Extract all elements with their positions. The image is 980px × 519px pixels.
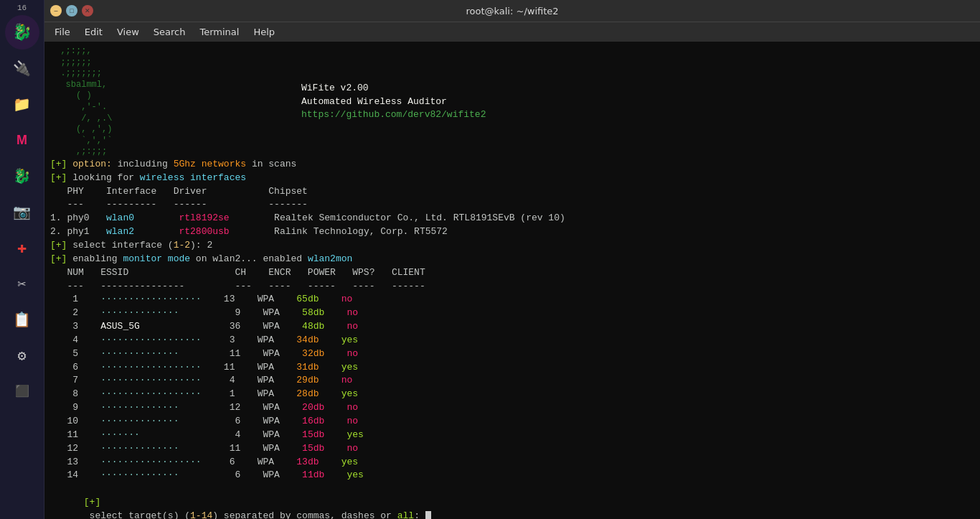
net-row-2: 2 ·············· 9 WPA 58db no — [50, 307, 974, 320]
title-bar: – □ ✕ root@kali: ~/wifite2 — [44, 0, 980, 22]
sidebar-icon-files[interactable]: 📁 — [5, 87, 39, 121]
net-row-9: 9 ·············· 12 WPA 20db no — [50, 401, 974, 415]
menu-bar: File Edit View Search Terminal Help — [44, 22, 980, 42]
iface-header: PHY Interface Driver Chipset — [50, 185, 974, 199]
sidebar-number: 16 — [17, 4, 27, 12]
sidebar-icon-camera[interactable]: 📷 — [5, 195, 39, 229]
menu-terminal[interactable]: Terminal — [194, 25, 245, 39]
enable-monitor: [+] enabling monitor mode on wlan2... en… — [50, 253, 974, 266]
ascii-art: ,;:;;, ;;;;;; .;;;;;;; sbalmml, ( ) ,'-'… — [50, 46, 294, 158]
prompt-prefix: [+] — [84, 497, 100, 508]
prompt-line[interactable]: [+] select target(s) (1-14) separated by… — [50, 482, 974, 519]
main-window: – □ ✕ root@kali: ~/wifite2 File Edit Vie… — [44, 0, 980, 519]
close-button[interactable]: ✕ — [82, 5, 93, 17]
iface-row-1: 1. phy0 wlan0 rtl8192se Realtek Semicond… — [50, 212, 974, 225]
window-controls: – □ ✕ — [50, 5, 93, 17]
sidebar-icon-network[interactable]: 🔌 — [5, 51, 39, 85]
select-iface: [+] select interface (1-2): 2 — [50, 239, 974, 253]
net-row-10: 10 ·············· 6 WPA 16db no — [50, 415, 974, 429]
menu-search[interactable]: Search — [148, 25, 192, 39]
app-name: WiFite v2.00 — [301, 82, 486, 95]
app-subtitle: Automated Wireless Auditor — [301, 95, 486, 109]
net-row-3: 3 ASUS_5G 36 WPA 48db no — [50, 320, 974, 334]
window-title: root@kali: ~/wifite2 — [93, 6, 931, 17]
menu-edit[interactable]: Edit — [79, 25, 108, 39]
line-wireless: [+] looking for wireless interfaces — [50, 172, 974, 185]
prompt-all: all — [397, 510, 414, 519]
net-row-14: 14 ·············· 6 WPA 11db yes — [50, 469, 974, 482]
net-table-header: NUM ESSID CH ENCR POWER WPS? CLIENT — [50, 266, 974, 280]
net-row-5: 5 ·············· 11 WPA 32db no — [50, 347, 974, 361]
sidebar-icon-settings[interactable]: ⚙️ — [5, 338, 39, 373]
prompt-text: select target(s) ( — [84, 510, 190, 519]
sidebar-icon-clipboard[interactable]: 📋 — [5, 302, 39, 337]
terminal[interactable]: ,;:;;, ;;;;;; .;;;;;;; sbalmml, ( ) ,'-'… — [44, 42, 980, 519]
net-row-8: 8 ·················· 1 WPA 28db yes — [50, 388, 974, 401]
menu-help[interactable]: Help — [248, 25, 281, 39]
ascii-titles: WiFite v2.00 Automated Wireless Auditor … — [294, 46, 486, 158]
net-row-11: 11 ······· 4 WPA 15db yes — [50, 429, 974, 442]
net-row-13: 13 ·················· 6 WPA 13db yes — [50, 456, 974, 469]
net-row-4: 4 ·················· 3 WPA 34db yes — [50, 334, 974, 347]
prompt-text2: ) separated by commas, dashes or — [212, 510, 397, 519]
net-row-12: 12 ·············· 11 WPA 15db no — [50, 442, 974, 456]
cursor — [425, 511, 431, 519]
ascii-header: ,;:;;, ;;;;;; .;;;;;;; sbalmml, ( ) ,'-'… — [50, 46, 974, 158]
maximize-button[interactable]: □ — [66, 5, 77, 17]
prompt-range: 1-14 — [190, 510, 212, 519]
net-row-7: 7 ·················· 4 WPA 29db no — [50, 374, 974, 388]
sidebar-icon-m[interactable]: M — [5, 123, 39, 157]
sidebar: 16 🐉 🔌 📁 M 🐉 📷 ✚ ✂️ 📋 ⚙️ ⬛ — [0, 0, 44, 519]
menu-file[interactable]: File — [49, 25, 76, 39]
minimize-button[interactable]: – — [50, 5, 62, 17]
sidebar-icon-apps[interactable]: ⬛ — [5, 374, 39, 408]
net-row-1: 1 ·················· 13 WPA 65db no — [50, 293, 974, 307]
iface-divider: --- --------- ------ ------- — [50, 198, 974, 212]
line-5ghz: [+] option: including 5Ghz networks in s… — [50, 158, 974, 172]
app-url: https://github.com/derv82/wifite2 — [301, 108, 486, 122]
net-table-divider: --- --------------- --- ---- ----- ---- … — [50, 280, 974, 294]
iface-row-2: 2. phy1 wlan2 rt2800usb Ralink Technolog… — [50, 225, 974, 239]
menu-view[interactable]: View — [111, 25, 145, 39]
prompt-colon: : — [414, 510, 425, 519]
sidebar-icon-scissors[interactable]: ✂️ — [5, 266, 39, 301]
sidebar-icon-add[interactable]: ✚ — [5, 230, 39, 265]
net-row-6: 6 ·················· 11 WPA 31db yes — [50, 361, 974, 375]
sidebar-icon-dragon2[interactable]: 🐉 — [5, 159, 39, 193]
sidebar-icon-dragon[interactable]: 🐉 — [5, 15, 39, 50]
